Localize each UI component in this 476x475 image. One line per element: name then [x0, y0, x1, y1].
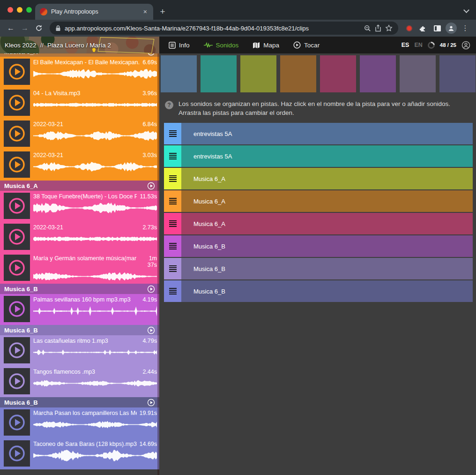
browser-tab[interactable]: Play Antropoloops ×	[35, 4, 153, 20]
clip-waveform[interactable]	[33, 346, 157, 359]
track-swatch[interactable]	[360, 55, 396, 92]
clip-waveform[interactable]	[33, 160, 157, 173]
forward-button[interactable]: →	[19, 22, 31, 34]
clip-waveform[interactable]	[33, 98, 157, 111]
track-swatch[interactable]	[400, 55, 436, 92]
clip-waveform[interactable]	[33, 233, 157, 245]
breadcrumb: Kleos 2022 // Plaza Lucero / María 2	[0, 37, 159, 53]
clip-play-button[interactable]	[4, 368, 30, 394]
browser-menu-button[interactable]: ⋮	[459, 22, 471, 34]
clip-play-button[interactable]	[4, 151, 30, 178]
clip-play-button[interactable]	[4, 90, 30, 116]
track-row[interactable]: Musica 6_B	[164, 235, 473, 257]
clip-play-button[interactable]	[4, 255, 30, 281]
window-minimize-button[interactable]	[17, 7, 22, 13]
track-section-header[interactable]: Musica 6_B	[0, 397, 159, 407]
track-row-body[interactable]: entrevistas 5A	[181, 145, 473, 167]
track-swatch[interactable]	[201, 55, 237, 92]
track-drag-handle[interactable]	[164, 123, 181, 144]
section-play-icon[interactable]	[147, 285, 155, 293]
audio-clip: El Baile Mexicapan - El Baile Mexicapan.…	[0, 57, 159, 88]
track-swatch[interactable]	[240, 55, 276, 92]
new-tab-button[interactable]: +	[156, 5, 169, 18]
track-row[interactable]: Musica 6_B	[164, 258, 473, 279]
track-row[interactable]: entrevistas 5A	[164, 123, 473, 144]
track-drag-handle[interactable]	[164, 213, 181, 234]
clip-play-button[interactable]	[4, 193, 30, 219]
lang-es-button[interactable]: ES	[402, 42, 409, 48]
account-icon[interactable]	[461, 41, 470, 50]
clip-play-button[interactable]	[4, 121, 30, 147]
track-row[interactable]: Musica 6_A	[164, 213, 473, 234]
clip-waveform[interactable]	[33, 68, 157, 80]
tab-close-icon[interactable]: ×	[142, 8, 149, 15]
clip-waveform[interactable]	[33, 305, 157, 317]
breadcrumb-project[interactable]: Kleos 2022	[5, 42, 37, 49]
clip-waveform[interactable]	[33, 377, 157, 390]
reload-button[interactable]	[33, 22, 45, 34]
nav-info-label: Info	[179, 42, 190, 49]
track-row-body[interactable]: Musica 6_B	[181, 235, 473, 257]
lang-en-button[interactable]: EN	[414, 42, 422, 48]
track-row-body[interactable]: Musica 6_A	[181, 168, 473, 189]
clip-waveform[interactable]	[33, 418, 157, 431]
track-row[interactable]: Musica 6_B	[164, 280, 473, 302]
recording-extension-button[interactable]	[403, 22, 415, 34]
track-section-header[interactable]: Musica 6_A	[0, 53, 159, 57]
clip-play-button[interactable]	[4, 224, 30, 250]
section-play-icon[interactable]	[147, 53, 155, 56]
url-text[interactable]: app.antropoloops.com/Kleos-Santa-Marina/…	[65, 25, 360, 32]
clip-waveform[interactable]	[33, 202, 157, 214]
nav-info[interactable]: Info	[169, 42, 190, 49]
track-drag-handle[interactable]	[164, 235, 181, 257]
track-drag-handle[interactable]	[164, 145, 181, 167]
address-bar[interactable]: app.antropoloops.com/Kleos-Santa-Marina/…	[50, 22, 398, 35]
nav-sonidos[interactable]: Sonidos	[204, 42, 239, 49]
window-close-button[interactable]	[7, 7, 13, 13]
track-row-body[interactable]: Musica 6_A	[181, 213, 473, 234]
back-button[interactable]: ←	[5, 22, 17, 34]
track-drag-handle[interactable]	[164, 280, 181, 302]
clip-waveform[interactable]	[33, 129, 157, 142]
clip-play-button[interactable]	[4, 337, 30, 363]
track-drag-handle[interactable]	[164, 258, 181, 279]
track-row-body[interactable]: entrevistas 5A	[181, 123, 473, 144]
side-panel-button[interactable]	[431, 22, 443, 34]
profile-button[interactable]	[445, 22, 457, 34]
track-swatch[interactable]	[439, 55, 476, 92]
clip-waveform[interactable]	[33, 270, 157, 283]
track-row-body[interactable]: Musica 6_B	[181, 280, 473, 302]
extensions-button[interactable]	[417, 22, 429, 34]
track-row[interactable]: Musica 6_A	[164, 190, 473, 212]
track-section-header[interactable]: Musica 6_B	[0, 284, 159, 294]
zoom-page-icon[interactable]	[364, 25, 371, 32]
clip-play-button[interactable]	[4, 59, 30, 85]
nav-mapa[interactable]: Mapa	[253, 42, 279, 49]
clip-play-button[interactable]	[4, 409, 30, 436]
track-row-body[interactable]: Musica 6_A	[181, 190, 473, 212]
window-zoom-button[interactable]	[26, 7, 32, 13]
clip-play-button[interactable]	[4, 296, 30, 322]
track-swatch[interactable]	[161, 55, 197, 92]
tab-search-chevron-icon[interactable]	[463, 7, 469, 13]
track-drag-handle[interactable]	[164, 190, 181, 212]
section-play-icon[interactable]	[147, 182, 155, 190]
nav-tocar[interactable]: Tocar	[293, 41, 320, 49]
track-section-header[interactable]: Musica 6_B	[0, 325, 159, 335]
clip-play-button[interactable]	[4, 440, 30, 467]
track-row[interactable]: entrevistas 5A	[164, 145, 473, 167]
section-play-icon[interactable]	[147, 399, 155, 407]
track-section-header[interactable]: Musica 6_A	[0, 181, 159, 191]
breadcrumb-scene[interactable]: Plaza Lucero / María 2	[47, 42, 111, 49]
clip-waveform[interactable]	[33, 449, 157, 462]
track-swatch[interactable]	[280, 55, 316, 92]
track-swatch[interactable]	[320, 55, 356, 92]
section-play-icon[interactable]	[147, 326, 155, 334]
track-row[interactable]: Musica 6_A	[164, 168, 473, 189]
bookmark-star-icon[interactable]	[385, 24, 393, 32]
track-row-body[interactable]: Musica 6_B	[181, 258, 473, 279]
sidebar-scrollbar[interactable]	[157, 53, 159, 475]
share-icon[interactable]	[375, 24, 381, 32]
track-drag-handle[interactable]	[164, 168, 181, 189]
map-thumbnail[interactable]: Kleos 2022 // Plaza Lucero / María 2	[0, 37, 159, 53]
